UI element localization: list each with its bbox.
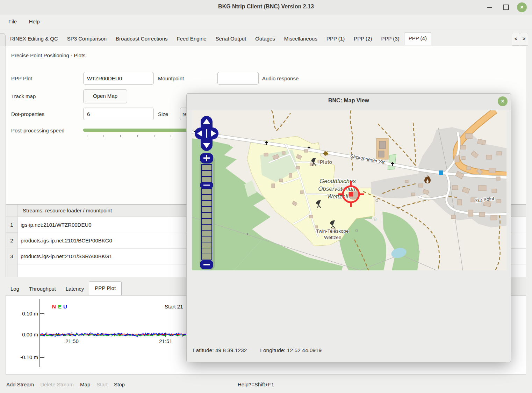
latitude-label: Latitude: 49 8 39.1232 bbox=[193, 347, 247, 353]
ppp-plot-input[interactable] bbox=[83, 72, 154, 85]
tab-ppp-3-[interactable]: PPP (3) bbox=[376, 32, 404, 45]
plot-legend: N E U bbox=[52, 304, 67, 310]
tab-ppp-2-[interactable]: PPP (2) bbox=[349, 32, 376, 45]
slider-tick bbox=[87, 135, 87, 137]
post-processing-speed-label: Post-processing speed bbox=[11, 128, 65, 133]
size-label: Size bbox=[158, 111, 168, 117]
tab-ppp-1-[interactable]: PPP (1) bbox=[322, 32, 349, 45]
zoom-track bbox=[201, 165, 212, 260]
tab-ppp-4-[interactable]: PPP (4) bbox=[404, 32, 431, 45]
tab-miscellaneous[interactable]: Miscellaneous bbox=[280, 32, 322, 45]
x-tick-2151: 21:51 bbox=[159, 338, 172, 344]
page-title: Precise Point Positioning - Plots. bbox=[11, 52, 87, 58]
twin-telescope-label-1: Twin-Teleskope bbox=[316, 228, 348, 234]
dialog-titlebar[interactable]: BNC: Map View × bbox=[187, 94, 511, 109]
mountpoint-input[interactable] bbox=[217, 72, 259, 85]
start-time-label: Start 21 bbox=[165, 304, 183, 310]
delete-stream-button: Delete Stream bbox=[40, 381, 74, 387]
site-label: Pluto bbox=[320, 159, 332, 165]
scatter-points bbox=[40, 332, 187, 337]
tab-strip: RINEX Editing & QCSP3 ComparisonBroadcas… bbox=[0, 31, 532, 46]
slider-tick bbox=[137, 135, 138, 137]
slider-tick bbox=[171, 135, 171, 137]
menu-help[interactable]: Help bbox=[27, 18, 42, 25]
tab-scroll-right-button[interactable]: > bbox=[520, 33, 528, 46]
dialog-title: BNC: Map View bbox=[187, 97, 511, 104]
map-button[interactable]: Map bbox=[80, 381, 90, 387]
map-view-dialog: BNC: Map View × bbox=[186, 93, 511, 362]
slider-tick bbox=[103, 135, 104, 137]
map-zoom-slider[interactable] bbox=[200, 153, 215, 270]
svg-text:Ω: Ω bbox=[375, 198, 378, 203]
output-tab-bar: LogThroughputLatencyPPP Plot bbox=[6, 281, 122, 295]
coordinates-status: Latitude: 49 8 39.1232Longitude: 12 52 4… bbox=[193, 347, 335, 354]
menu-file[interactable]: File bbox=[6, 18, 19, 25]
svg-text:Ω: Ω bbox=[355, 228, 358, 233]
row-number: 2 bbox=[6, 233, 18, 248]
y-tick-minus010: -0.10 m bbox=[20, 354, 38, 360]
output-tab-throughput[interactable]: Throughput bbox=[24, 282, 61, 295]
tab-row: RINEX Editing & QCSP3 ComparisonBroadcas… bbox=[6, 31, 431, 46]
legend-e: E bbox=[58, 304, 62, 310]
x-tick-2150: 21:50 bbox=[65, 338, 79, 344]
map-svg: Ω Ω Ω Sackenrieder Str. Pluto Geodätisch… bbox=[192, 110, 506, 270]
tab-scroll-left-button[interactable]: < bbox=[512, 33, 520, 46]
longitude-label: Longitude: 12 52 44.0919 bbox=[260, 347, 322, 353]
row-number: 3 bbox=[6, 248, 18, 264]
tab-overflow-fragment bbox=[0, 33, 6, 46]
svg-text:Ω: Ω bbox=[374, 217, 376, 221]
help-shortcut-label: Help?=Shift+F1 bbox=[238, 381, 274, 387]
output-tab-latency[interactable]: Latency bbox=[61, 282, 89, 295]
tab-rinex-editing-qc[interactable]: RINEX Editing & QC bbox=[6, 32, 63, 45]
maximize-icon[interactable] bbox=[503, 5, 509, 10]
output-tab-log[interactable]: Log bbox=[6, 282, 24, 295]
application-window: BKG Ntrip Client (BNC) Version 2.13 × Fi… bbox=[0, 0, 532, 393]
tab-broadcast-corrections[interactable]: Broadcast Corrections bbox=[111, 32, 172, 45]
tab-feed-engine[interactable]: Feed Engine bbox=[172, 32, 211, 45]
table-corner-cell[interactable] bbox=[6, 205, 18, 217]
legend-u: U bbox=[63, 304, 67, 310]
track-map-label: Track map bbox=[11, 93, 36, 99]
audio-response-label: Audio response bbox=[262, 75, 299, 81]
start-button: Start bbox=[96, 381, 108, 387]
stop-button[interactable]: Stop bbox=[114, 381, 125, 387]
open-map-button[interactable]: Open Map bbox=[83, 89, 127, 103]
twin-telescope-label-2: Wettzell bbox=[324, 235, 341, 240]
minimize-icon[interactable] bbox=[487, 7, 492, 8]
bottom-toolbar: Add StreamDelete StreamMapStartStop Help… bbox=[0, 377, 532, 393]
legend-n: N bbox=[52, 304, 56, 310]
tab-sp3-comparison[interactable]: SP3 Comparison bbox=[63, 32, 111, 45]
map-canvas[interactable]: Ω Ω Ω Sackenrieder Str. Pluto Geodätisch… bbox=[192, 110, 506, 270]
viewpoint-icon bbox=[323, 151, 328, 156]
dot-properties-input[interactable] bbox=[83, 108, 154, 120]
dialog-close-icon[interactable]: × bbox=[498, 96, 508, 106]
y-tick-010: 0.10 m bbox=[22, 311, 38, 316]
window-titlebar[interactable]: BKG Ntrip Client (BNC) Version 2.13 × bbox=[0, 0, 532, 15]
ppp-plot-label: PPP Plot bbox=[11, 75, 32, 81]
mountpoint-label: Mountpoint bbox=[158, 75, 184, 81]
window-title: BKG Ntrip Client (BNC) Version 2.13 bbox=[0, 3, 532, 10]
y-tick-000: 0.00 m bbox=[22, 332, 38, 337]
streams-header-label: Streams: resource loader / mountpoint bbox=[23, 208, 112, 213]
tab-serial-output[interactable]: Serial Output bbox=[211, 32, 251, 45]
close-icon[interactable]: × bbox=[517, 2, 527, 12]
dot-properties-label: Dot-properties bbox=[11, 111, 44, 117]
row-number: 1 bbox=[6, 217, 18, 233]
slider-tick bbox=[154, 135, 154, 137]
tab-outages[interactable]: Outages bbox=[251, 32, 280, 45]
menu-bar: File Help bbox=[0, 15, 532, 29]
blue-square-marker bbox=[439, 170, 443, 175]
slider-tick bbox=[120, 135, 121, 137]
add-stream-button[interactable]: Add Stream bbox=[6, 381, 34, 387]
output-tab-ppp-plot[interactable]: PPP Plot bbox=[89, 281, 122, 295]
